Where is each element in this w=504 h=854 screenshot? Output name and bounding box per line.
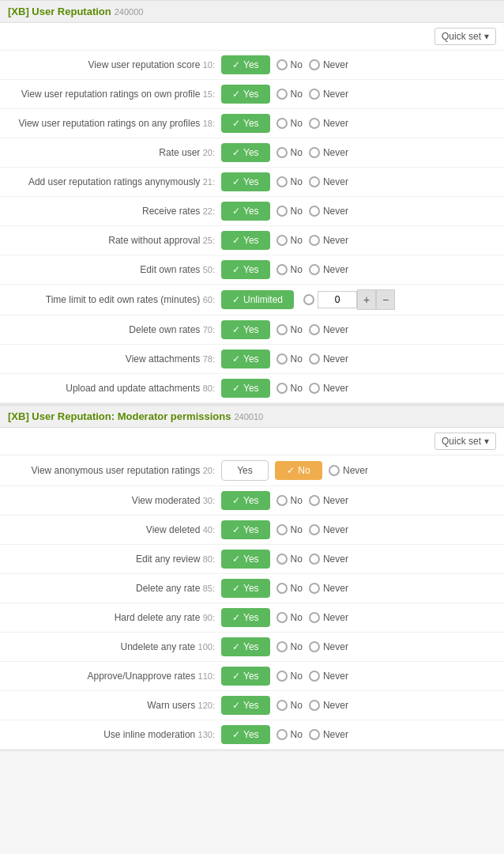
yes-button[interactable]: ✓ Yes <box>221 350 270 368</box>
yes-button[interactable]: ✓ Yes <box>221 520 270 539</box>
yes-button[interactable]: ✓ Yes <box>221 579 270 598</box>
no-button[interactable]: No <box>276 59 303 70</box>
never-button[interactable]: Never <box>329 465 368 476</box>
no-button[interactable]: ✓ No <box>275 461 322 480</box>
decrement-button[interactable]: − <box>376 289 395 310</box>
radio-circle <box>309 353 320 365</box>
yes-button[interactable]: Yes <box>221 460 269 481</box>
no-button[interactable]: No <box>276 583 303 594</box>
yes-button[interactable]: ✓ Yes <box>221 85 270 104</box>
no-button[interactable]: No <box>276 641 303 652</box>
never-button[interactable]: Never <box>309 89 348 100</box>
quick-set-button[interactable]: Quick set ▾ <box>434 28 496 45</box>
permission-name: Edit own rates <box>140 264 200 275</box>
no-button[interactable]: No <box>276 206 303 217</box>
permission-row: Use inline moderation 130:✓ Yes No Never <box>0 720 504 750</box>
yes-button[interactable]: ✓ Yes <box>221 608 270 627</box>
never-button[interactable]: Never <box>309 729 348 740</box>
never-button[interactable]: Never <box>309 206 348 217</box>
never-button[interactable]: Never <box>309 495 348 506</box>
no-button[interactable]: No <box>276 495 303 506</box>
no-button[interactable]: No <box>276 89 303 100</box>
never-label: Never <box>323 612 348 623</box>
permission-label: Add user reputation ratings anynymously … <box>8 176 221 187</box>
radio-circle <box>309 206 320 217</box>
no-button[interactable]: No <box>276 176 303 187</box>
permission-controls: ✓ Yes No Never <box>221 55 496 74</box>
yes-button[interactable]: ✓ Yes <box>221 379 270 398</box>
permission-number: 40: <box>203 525 215 535</box>
permission-label: View user reputation ratings on own prof… <box>8 89 221 100</box>
permission-number: 60: <box>203 295 215 304</box>
yes-button[interactable]: ✓ Yes <box>221 260 270 279</box>
never-label: Never <box>323 671 348 682</box>
yes-button[interactable]: ✓ Yes <box>221 637 270 656</box>
no-button[interactable]: No <box>276 612 303 623</box>
yes-button[interactable]: ✓ Yes <box>221 320 270 339</box>
never-label: Never <box>323 118 348 129</box>
yes-button[interactable]: ✓ Yes <box>221 172 270 191</box>
yes-button[interactable]: ✓ Yes <box>221 55 270 74</box>
no-button[interactable]: No <box>276 729 303 740</box>
no-button[interactable]: No <box>276 554 303 565</box>
quick-set-button[interactable]: Quick set ▾ <box>434 433 496 450</box>
yes-button[interactable]: ✓ Yes <box>221 114 270 133</box>
increment-button[interactable]: + <box>357 289 376 310</box>
yes-button[interactable]: ✓ Yes <box>221 696 270 715</box>
never-button[interactable]: Never <box>309 176 348 187</box>
no-button[interactable]: No <box>276 324 303 335</box>
never-button[interactable]: Never <box>309 583 348 594</box>
never-button[interactable]: Never <box>309 612 348 623</box>
permission-name: View attachments <box>126 353 201 365</box>
permission-number: 22: <box>203 206 215 216</box>
yes-button[interactable]: ✓ Yes <box>221 725 270 744</box>
never-button[interactable]: Never <box>309 524 348 535</box>
yes-label: Yes <box>243 612 259 623</box>
no-button[interactable]: No <box>276 524 303 535</box>
no-button[interactable]: No <box>276 235 303 246</box>
no-button[interactable]: No <box>276 147 303 158</box>
never-button[interactable]: Never <box>309 118 348 129</box>
never-button[interactable]: Never <box>309 353 348 365</box>
permission-row: Add user reputation ratings anynymously … <box>0 168 504 197</box>
no-button[interactable]: No <box>276 383 303 394</box>
never-button[interactable]: Never <box>309 59 348 70</box>
permission-name: View user reputation ratings on any prof… <box>18 118 200 129</box>
no-button[interactable]: No <box>276 353 303 365</box>
no-button[interactable]: No <box>276 671 303 682</box>
never-button[interactable]: Never <box>309 641 348 652</box>
never-button[interactable]: Never <box>309 147 348 158</box>
yes-button[interactable]: ✓ Yes <box>221 667 270 686</box>
yes-button[interactable]: ✓ Yes <box>221 231 270 250</box>
no-button[interactable]: No <box>276 264 303 275</box>
no-button[interactable]: No <box>276 700 303 711</box>
check-icon: ✓ <box>232 264 240 275</box>
never-label: Never <box>323 524 348 535</box>
radio-circle[interactable] <box>303 294 314 305</box>
check-icon: ✓ <box>232 118 240 129</box>
never-button[interactable]: Never <box>309 671 348 682</box>
permission-controls: ✓ Yes No Never <box>221 520 496 539</box>
section-header: [XB] User Reputation: Moderator permissi… <box>0 405 504 428</box>
yes-button[interactable]: ✓ Yes <box>221 202 270 221</box>
quick-set-label: Quick set <box>442 436 481 447</box>
no-label: No <box>291 353 303 365</box>
never-button[interactable]: Never <box>309 324 348 335</box>
never-button[interactable]: Never <box>309 235 348 246</box>
permission-name: View user reputation score <box>88 59 201 70</box>
permission-label: Edit any review 80: <box>8 554 221 565</box>
never-button[interactable]: Never <box>309 554 348 565</box>
yes-button[interactable]: ✓ Yes <box>221 491 270 510</box>
check-icon: ✓ <box>232 176 240 187</box>
yes-button[interactable]: ✓ Yes <box>221 550 270 569</box>
permission-controls: Yes✓ No Never <box>221 460 496 481</box>
never-button[interactable]: Never <box>309 700 348 711</box>
check-icon: ✓ <box>232 524 240 535</box>
number-input[interactable] <box>318 291 357 308</box>
never-button[interactable]: Never <box>309 264 348 275</box>
no-button[interactable]: No <box>276 118 303 129</box>
never-button[interactable]: Never <box>309 383 348 394</box>
permission-controls: ✓ Yes No Never <box>221 608 496 627</box>
unlimited-button[interactable]: ✓ Unlimited <box>221 290 294 309</box>
yes-button[interactable]: ✓ Yes <box>221 143 270 162</box>
